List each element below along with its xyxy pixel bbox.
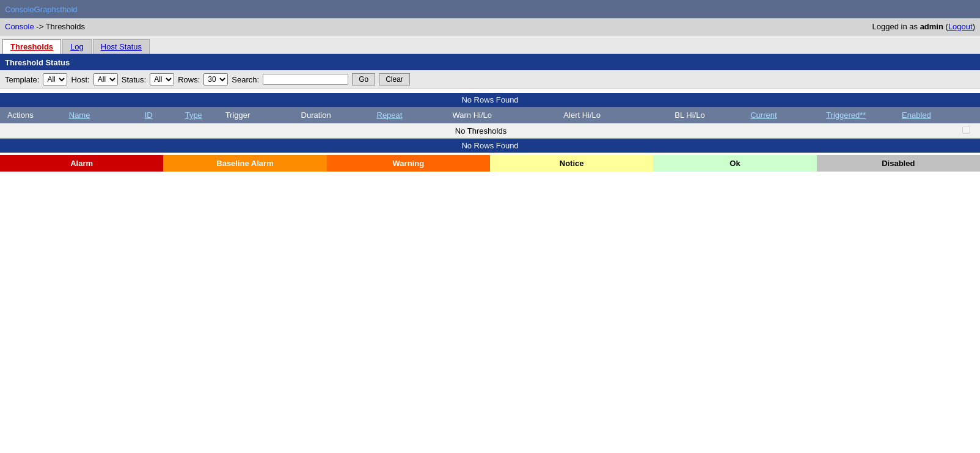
host-label: Host: — [71, 75, 89, 84]
rows-label: Rows: — [178, 75, 200, 84]
enabled-checkbox-cell — [957, 126, 975, 136]
legend-disabled: Disabled — [817, 155, 980, 172]
col-id-link[interactable]: ID — [145, 111, 153, 120]
col-triggered-link[interactable]: Triggered** — [826, 111, 866, 120]
clear-button[interactable]: Clear — [379, 73, 410, 85]
legend-ok: Ok — [653, 155, 816, 172]
tab-log[interactable]: Log — [62, 39, 92, 54]
status-select[interactable]: All — [150, 73, 174, 85]
rows-select[interactable]: 30 — [203, 73, 228, 85]
col-enabled: Enabled — [899, 109, 975, 121]
tab-host-status[interactable]: Host Status — [93, 39, 150, 54]
go-button[interactable]: Go — [352, 73, 375, 85]
col-type-link[interactable]: Type — [185, 111, 202, 120]
tab-thresholds[interactable]: Thresholds — [2, 39, 61, 54]
col-trigger: Trigger — [223, 109, 299, 121]
col-enabled-link[interactable]: Enabled — [902, 111, 931, 120]
col-current-link[interactable]: Current — [750, 111, 777, 120]
col-current: Current — [748, 109, 824, 121]
no-rows-bar-bottom: No Rows Found — [0, 139, 980, 153]
col-repeat: Repeat — [375, 109, 450, 121]
col-type: Type — [183, 109, 223, 121]
table-area: No Rows Found Actions Name ID Type Trigg… — [0, 93, 980, 172]
breadcrumb-arrow: -> — [36, 22, 43, 31]
legend: Alarm Baseline Alarm Warning Notice Ok D… — [0, 155, 980, 172]
logged-in-user: admin — [920, 22, 943, 31]
template-label: Template: — [5, 75, 39, 84]
col-duration: Duration — [299, 109, 375, 121]
col-id: ID — [142, 109, 183, 121]
host-select[interactable]: All — [93, 73, 118, 85]
tab-area: Thresholds Log Host Status — [0, 35, 980, 55]
col-name-link[interactable]: Name — [69, 111, 90, 120]
console-link[interactable]: Console — [5, 22, 34, 31]
search-label: Search: — [232, 75, 259, 84]
no-thresholds-text: No Thresholds — [5, 126, 957, 136]
col-headers: Actions Name ID Type Trigger Duration Re… — [0, 107, 980, 123]
logged-in-prefix: Logged in as — [872, 22, 920, 31]
filter-bar: Template: All Host: All Status: All Rows… — [0, 70, 980, 89]
section-header: Threshold Status — [0, 55, 980, 70]
breadcrumb: Console -> Thresholds — [5, 22, 85, 31]
col-name: Name — [67, 109, 142, 121]
col-alert-hilo: Alert Hi/Lo — [561, 109, 672, 121]
top-bar: ConsoleGraphsthold — [0, 0, 980, 18]
breadcrumb-current: Thresholds — [46, 22, 85, 31]
col-actions: Actions — [5, 109, 67, 121]
app-link[interactable]: ConsoleGraphsthold — [5, 5, 78, 14]
enabled-checkbox[interactable] — [962, 126, 970, 134]
no-rows-bar-top: No Rows Found — [0, 93, 980, 107]
col-bl-hilo: BL Hi/Lo — [672, 109, 748, 121]
legend-warning: Warning — [327, 155, 490, 172]
search-input[interactable] — [263, 74, 348, 85]
status-label: Status: — [122, 75, 146, 84]
legend-baseline-alarm: Baseline Alarm — [163, 155, 326, 172]
legend-notice: Notice — [490, 155, 653, 172]
no-thresholds-row: No Thresholds — [0, 123, 980, 139]
col-triggered: Triggered** — [824, 109, 899, 121]
breadcrumb-bar: Console -> Thresholds Logged in as admin… — [0, 18, 980, 35]
col-warn-hilo: Warn Hi/Lo — [450, 109, 561, 121]
col-repeat-link[interactable]: Repeat — [377, 111, 403, 120]
login-info: Logged in as admin (Logout) — [872, 22, 975, 31]
logout-link[interactable]: Logout — [948, 22, 973, 31]
legend-alarm: Alarm — [0, 155, 163, 172]
template-select[interactable]: All — [43, 73, 67, 85]
